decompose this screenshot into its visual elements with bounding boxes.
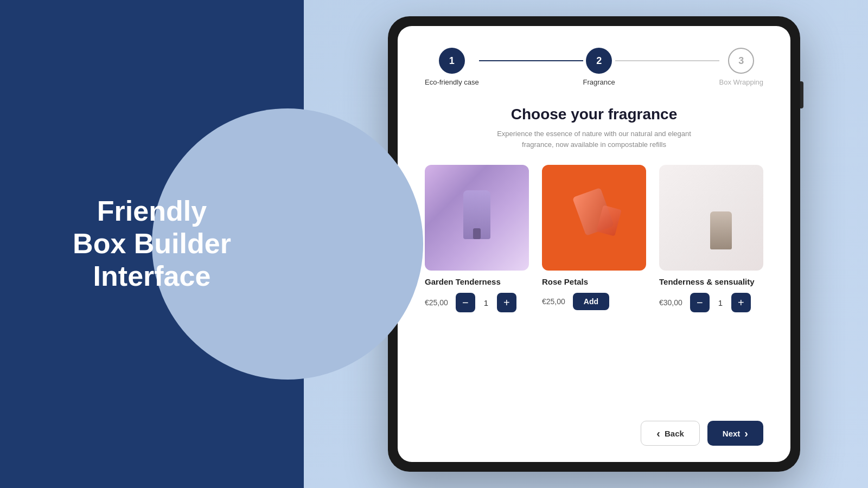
page-subtitle: Experience the essence of nature with ou… (425, 129, 763, 150)
product-name-rose-petals: Rose Petals (542, 277, 646, 286)
next-label: Next (723, 429, 741, 438)
step-connector-1 (479, 60, 583, 61)
footer-buttons: Back Next (425, 410, 763, 446)
hero-line2: Box Builder (73, 228, 231, 259)
product-grid: Garden Tenderness €25,00 − 1 + Rose Peta… (425, 165, 763, 410)
qty-increase-garden-tenderness[interactable]: + (497, 293, 516, 312)
qty-increase-tenderness-sensuality[interactable]: + (731, 293, 751, 312)
qty-value-tenderness-sensuality: 1 (715, 298, 726, 307)
product-controls-garden-tenderness: €25,00 − 1 + (425, 293, 529, 312)
add-button-rose-petals[interactable]: Add (573, 293, 609, 310)
chevron-right-icon (744, 428, 748, 439)
step-2-circle: 2 (586, 48, 612, 74)
back-button[interactable]: Back (641, 421, 700, 446)
product-price-rose-petals: €25,00 (542, 297, 565, 306)
product-card-garden-tenderness: Garden Tenderness €25,00 − 1 + (425, 165, 529, 410)
step-connector-2 (615, 60, 719, 61)
product-price-tenderness-sensuality: €30,00 (659, 298, 682, 307)
product-controls-tenderness-sensuality: €30,00 − 1 + (659, 293, 763, 312)
tablet-screen: 1 Eco-friendly case 2 Fragrance (398, 26, 790, 462)
step-1: 1 Eco-friendly case (425, 48, 479, 86)
qty-decrease-garden-tenderness[interactable]: − (456, 293, 475, 312)
product-controls-rose-petals: €25,00 Add (542, 293, 646, 310)
chevron-left-icon (656, 428, 660, 439)
back-label: Back (665, 429, 684, 438)
qty-decrease-tenderness-sensuality[interactable]: − (690, 293, 710, 312)
step-3: 3 Box Wrapping (719, 48, 763, 86)
hero-text: Friendly Box Builder Interface (40, 195, 264, 292)
step-1-circle: 1 (439, 48, 465, 74)
hero-line3: Interface (93, 260, 211, 292)
step-2: 2 Fragrance (583, 48, 615, 86)
step-2-label: Fragrance (583, 78, 615, 86)
product-price-garden-tenderness: €25,00 (425, 298, 448, 307)
tablet-frame: 1 Eco-friendly case 2 Fragrance (388, 16, 800, 472)
product-image-rose-petals (542, 165, 646, 271)
step-3-circle: 3 (728, 48, 754, 74)
step-1-label: Eco-friendly case (425, 78, 479, 86)
product-image-tenderness-sensuality (659, 165, 763, 271)
product-card-tenderness-sensuality: Tenderness & sensuality €30,00 − 1 + (659, 165, 763, 410)
product-name-garden-tenderness: Garden Tenderness (425, 277, 529, 286)
next-button[interactable]: Next (707, 421, 763, 446)
left-panel: Friendly Box Builder Interface (0, 0, 304, 488)
product-image-garden-tenderness (425, 165, 529, 271)
page-title: Choose your fragrance (425, 106, 763, 123)
product-card-rose-petals: Rose Petals €25,00 Add (542, 165, 646, 410)
qty-value-garden-tenderness: 1 (481, 298, 492, 307)
hero-line1: Friendly (97, 195, 207, 227)
app-content: 1 Eco-friendly case 2 Fragrance (398, 26, 790, 462)
product-name-tenderness-sensuality: Tenderness & sensuality (659, 277, 763, 286)
step-3-label: Box Wrapping (719, 78, 763, 86)
stepper: 1 Eco-friendly case 2 Fragrance (425, 48, 763, 86)
